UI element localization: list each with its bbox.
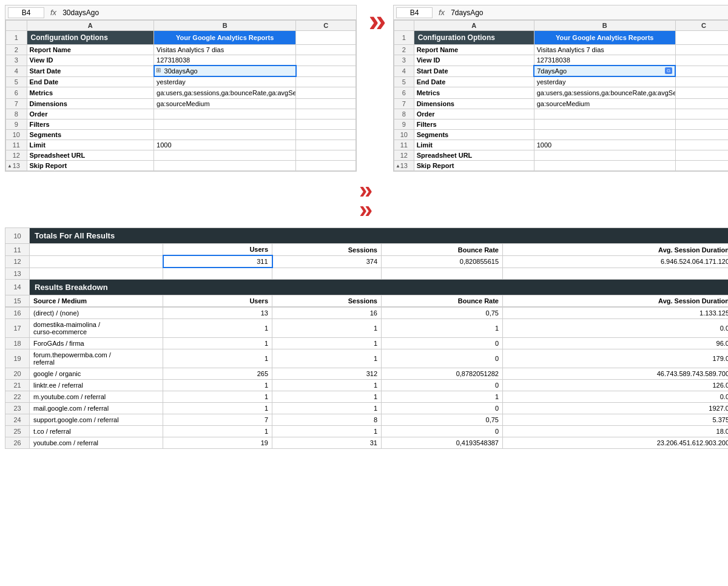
- right-row-5: 5 End Date yesterday: [394, 76, 729, 87]
- row-bounce-23: 0: [382, 402, 503, 414]
- row-users-24: 7: [163, 414, 272, 425]
- right-val-enddate: yesterday: [534, 76, 675, 87]
- right-val-viewid: 127318038: [534, 55, 675, 66]
- right-sheet-table: A B C 1 Configuration Options Your Googl…: [394, 20, 728, 171]
- left-row-8: 8 Order: [6, 109, 356, 120]
- row-avgdur-19: 179.0: [503, 349, 729, 368]
- left-label-order: Order: [27, 109, 154, 120]
- right-label-skipreport: Skip Report: [414, 161, 534, 171]
- left-row-12: 12 Spreadsheet URL: [6, 150, 356, 161]
- right-col-b-header: B: [534, 21, 675, 31]
- right-corner-cell: [394, 21, 414, 31]
- breakdown-data-row: 26 youtube.com / referral 19 31 0,419354…: [5, 437, 729, 448]
- right-label-filters: Filters: [414, 120, 534, 130]
- row-users-25: 1: [163, 425, 272, 437]
- left-row-13: ▲13 Skip Report: [6, 161, 356, 171]
- row-bounce-22: 1: [382, 391, 503, 402]
- row-avgdur-26: 23.206.451.612.903.200: [503, 437, 729, 448]
- breakdown-avgdur-header: Avg. Session Duration: [503, 295, 729, 306]
- left-val-sheeturl: [154, 150, 296, 161]
- row-users-16: 13: [163, 307, 272, 318]
- left-col-c-header: C: [296, 21, 356, 31]
- row-users-21: 1: [163, 379, 272, 391]
- google-translate-icon: G: [665, 67, 672, 74]
- breakdown-source-header: Source / Medium: [30, 295, 163, 306]
- row-avgdur-22: 0.0: [503, 391, 729, 402]
- breakdown-bounce-header: Bounce Rate: [382, 295, 503, 306]
- row-sessions-26: 31: [272, 437, 382, 448]
- left-row-7: 7 Dimensions ga:sourceMedium: [6, 99, 356, 109]
- left-val-startdate[interactable]: ⊞ 30daysAgo: [154, 66, 296, 76]
- breakdown-users-header: Users: [163, 295, 272, 306]
- right-val-metrics: ga:users,ga:sessions,ga:bounceRate,ga:av…: [534, 87, 675, 99]
- row-source-20: google / organic: [30, 368, 163, 379]
- right-config-header: Configuration Options: [414, 31, 534, 45]
- left-formula-value: 30daysAgo: [62, 8, 99, 17]
- breakdown-data-table: 16 (direct) / (none) 13 16 0,75 1.133.12…: [5, 307, 728, 449]
- row-avgdur-17: 0.0: [503, 318, 729, 337]
- breakdown-data-row: 19 forum.thepowermba.com / referral 1 1 …: [5, 349, 729, 368]
- col-avgdur-header: Avg. Session Duration: [503, 244, 729, 256]
- breakdown-data-row: 24 support.google.com / referral 7 8 0,7…: [5, 414, 729, 425]
- row-bounce-21: 0: [382, 379, 503, 391]
- right-val-dimensions: ga:sourceMedium: [534, 99, 675, 109]
- right-formula-value: 7daysAgo: [451, 8, 483, 17]
- left-config-header: Configuration Options: [27, 31, 154, 45]
- right-row-1: 1 Configuration Options Your Google Anal…: [394, 31, 729, 45]
- row-bounce-17: 1: [382, 318, 503, 337]
- right-col-a-header: A: [414, 21, 534, 31]
- row-bounce-19: 0: [382, 349, 503, 368]
- right-row-4: 4 Start Date G 7daysAgo: [394, 66, 729, 76]
- breakdown-sessions-header: Sessions: [272, 295, 382, 306]
- row-sessions-17: 1: [272, 318, 382, 337]
- col-sessions-header: Sessions: [272, 244, 382, 256]
- right-row-11: 11 Limit 1000: [394, 140, 729, 150]
- row-bounce-18: 0: [382, 337, 503, 349]
- row-users-18: 1: [163, 337, 272, 349]
- right-arrow-container: »: [357, 5, 393, 36]
- left-label-segments: Segments: [27, 130, 154, 140]
- breakdown-data-row: 20 google / organic 265 312 0,8782051282…: [5, 368, 729, 379]
- row-avgdur-21: 126.0: [503, 379, 729, 391]
- right-row-6: 6 Metrics ga:users,ga:sessions,ga:bounce…: [394, 87, 729, 99]
- left-fx-label: fx: [48, 8, 59, 17]
- row-users-23: 1: [163, 402, 272, 414]
- right-label-segments: Segments: [414, 130, 534, 140]
- empty-row-13: 13: [5, 268, 729, 279]
- results-section: 10 Totals For All Results 11 Users Sessi…: [0, 227, 728, 454]
- right-val-startdate[interactable]: G 7daysAgo: [534, 66, 675, 76]
- left-col-a-header: A: [27, 21, 154, 31]
- right-row-13: ▲13 Skip Report: [394, 161, 729, 171]
- row-avgdur-25: 18.0: [503, 425, 729, 437]
- right-row-8: 8 Order: [394, 109, 729, 120]
- breakdown-header-row: 14 Results Breakdown: [5, 279, 729, 295]
- left-label-limit: Limit: [27, 140, 154, 150]
- breakdown-data-row: 17 domestika-maimolina / curso-ecommerce…: [5, 318, 729, 337]
- row-num-19: 19: [5, 349, 30, 368]
- row-sessions-16: 16: [272, 307, 382, 318]
- row-sessions-21: 1: [272, 379, 382, 391]
- left-label-sheeturl: Spreadsheet URL: [27, 150, 154, 161]
- left-label-skipreport: Skip Report: [27, 161, 154, 171]
- left-col-b-header: B: [154, 21, 296, 31]
- left-row-9: 9 Filters: [6, 120, 356, 130]
- left-row-10: 10 Segments: [6, 130, 356, 140]
- row-source-18: ForoGAds / firma: [30, 337, 163, 349]
- right-label-order: Order: [414, 109, 534, 120]
- row-source-19: forum.thepowermba.com / referral: [30, 349, 163, 368]
- row-source-17: domestika-maimolina / curso-ecommerce: [30, 318, 163, 337]
- row-num-22: 22: [5, 391, 30, 402]
- left-val-skipreport: [154, 161, 296, 171]
- row-source-26: youtube.com / referral: [30, 437, 163, 448]
- totals-users[interactable]: 311: [163, 255, 272, 268]
- left-label-metrics: Metrics: [27, 87, 154, 99]
- left-val-viewid: 127318038: [154, 55, 296, 66]
- totals-header-row: 10 Totals For All Results: [5, 228, 729, 244]
- row-sessions-19: 1: [272, 349, 382, 368]
- row-num-24: 24: [5, 414, 30, 425]
- row-avgdur-24: 5.375: [503, 414, 729, 425]
- row-num-18: 18: [5, 337, 30, 349]
- right-row-7: 7 Dimensions ga:sourceMedium: [394, 99, 729, 109]
- left-row-5: 5 End Date yesterday: [6, 76, 356, 87]
- left-row-11: 11 Limit 1000: [6, 140, 356, 150]
